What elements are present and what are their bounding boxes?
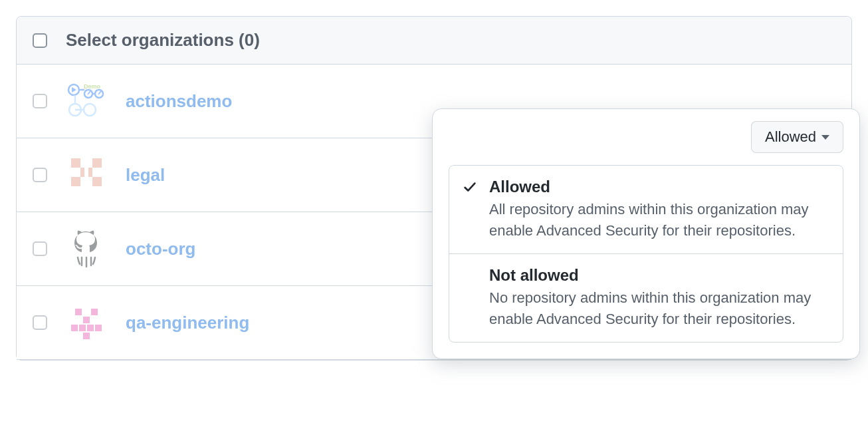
svg-point-6 [84,104,96,116]
organizations-panel: Select organizations (0) Demo actionsdem… [16,16,852,361]
svg-text:Demo: Demo [84,83,101,90]
svg-rect-9 [92,158,102,168]
svg-rect-21 [95,325,102,331]
svg-rect-20 [87,325,94,331]
dropdown-option-description: No repository admins within this organiz… [489,287,829,330]
chevron-down-icon [821,135,829,140]
dropdown-option-title: Allowed [489,178,829,196]
allowed-dropdown-panel: Allowed Allowed All repository admins wi… [432,108,860,359]
dropdown-option-not-allowed[interactable]: Not allowed No repository admins within … [449,253,843,342]
dropdown-option-text: Allowed All repository admins within thi… [489,178,829,241]
svg-rect-22 [83,333,90,339]
org-avatar [66,154,107,196]
dropdown-option-description: All repository admins within this organi… [489,199,829,241]
svg-rect-12 [71,177,80,186]
check-icon [463,180,477,195]
select-all-checkbox[interactable] [33,33,47,48]
org-avatar: Demo [66,80,107,122]
dropdown-menu: Allowed All repository admins within thi… [449,165,843,343]
dropdown-option-allowed[interactable]: Allowed All repository admins within thi… [449,166,843,253]
panel-title: Select organizations (0) [66,30,260,51]
org-checkbox[interactable] [33,241,47,256]
svg-marker-2 [72,87,76,92]
identicon-icon [66,154,107,196]
org-checkbox[interactable] [33,315,47,330]
dropdown-option-title: Not allowed [489,266,829,285]
svg-rect-10 [80,168,84,177]
dropdown-header: Allowed [433,121,859,165]
svg-rect-16 [91,309,98,315]
workflow-icon: Demo [66,80,107,122]
svg-rect-18 [71,325,78,331]
check-column [463,178,480,198]
octocat-icon [66,228,107,269]
dropdown-option-text: Not allowed No repository admins within … [489,266,829,330]
svg-rect-19 [79,325,86,331]
org-checkbox[interactable] [33,94,47,108]
allowed-dropdown-button-active[interactable]: Allowed [751,121,843,153]
org-avatar [66,228,107,269]
svg-rect-11 [88,168,92,177]
svg-rect-8 [71,158,80,168]
org-checkbox[interactable] [33,168,47,182]
check-column [463,266,480,269]
svg-rect-17 [83,317,90,323]
allowed-button-label: Allowed [765,128,816,146]
svg-rect-15 [75,309,82,315]
org-avatar [66,302,107,343]
svg-rect-13 [92,177,102,186]
panel-header: Select organizations (0) [17,17,851,65]
identicon-icon [66,302,107,343]
